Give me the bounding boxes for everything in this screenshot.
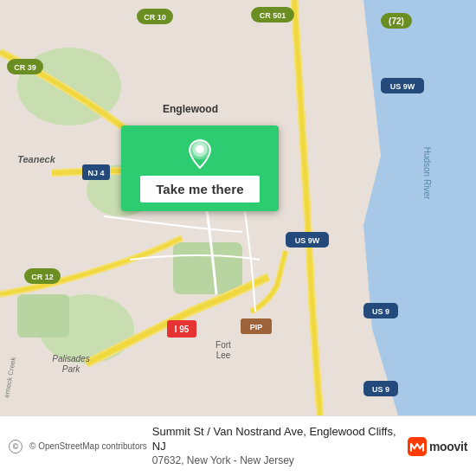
svg-text:CR 10: CR 10 xyxy=(144,13,166,22)
svg-text:Park: Park xyxy=(62,364,81,374)
openstreetmap-icon: © xyxy=(9,440,23,453)
svg-text:I 95: I 95 xyxy=(175,325,190,334)
svg-text:Hudson River: Hudson River xyxy=(422,147,432,200)
svg-text:US 9: US 9 xyxy=(372,307,389,316)
svg-text:US 9W: US 9W xyxy=(295,236,320,245)
svg-rect-4 xyxy=(173,242,242,294)
green-highlight-box: Take me there xyxy=(121,125,279,211)
svg-text:NJ 4: NJ 4 xyxy=(87,169,104,177)
moovit-text: moovit xyxy=(429,440,467,453)
attribution-text: © OpenStreetMap contributors xyxy=(29,441,147,451)
svg-text:CR 39: CR 39 xyxy=(14,63,36,72)
moovit-logo-icon xyxy=(408,437,427,456)
svg-text:US 9: US 9 xyxy=(372,385,389,394)
address-line1: Summit St / Van Nostrand Ave, Englewood … xyxy=(152,425,402,454)
svg-text:US 9W: US 9W xyxy=(390,82,415,91)
svg-text:Teaneck: Teaneck xyxy=(17,154,56,164)
map-area: CR 10 CR 501 (72) CR 39 US 9W NJ 4 Teane… xyxy=(0,0,476,415)
location-pin-icon xyxy=(183,138,216,170)
svg-text:Englewood: Englewood xyxy=(163,103,218,115)
svg-text:Fort: Fort xyxy=(215,340,231,350)
svg-text:PIP: PIP xyxy=(250,323,263,331)
svg-text:Lee: Lee xyxy=(216,351,231,360)
take-me-there-button[interactable]: Take me there xyxy=(140,176,260,203)
address-line2: 07632, New York - New Jersey xyxy=(152,454,402,468)
svg-text:Palisades: Palisades xyxy=(52,354,89,363)
svg-marker-1 xyxy=(363,0,476,415)
moovit-logo: moovit xyxy=(408,437,467,456)
svg-text:CR 501: CR 501 xyxy=(260,11,286,20)
button-overlay: Take me there xyxy=(121,125,279,211)
address-block: Summit St / Van Nostrand Ave, Englewood … xyxy=(147,425,408,467)
svg-text:CR 12: CR 12 xyxy=(31,273,54,281)
svg-text:(72): (72) xyxy=(389,16,404,26)
svg-point-41 xyxy=(196,145,204,154)
bottom-bar: © © OpenStreetMap contributors Summit St… xyxy=(0,415,476,476)
svg-rect-6 xyxy=(17,294,69,338)
osm-attribution: © xyxy=(9,440,23,453)
